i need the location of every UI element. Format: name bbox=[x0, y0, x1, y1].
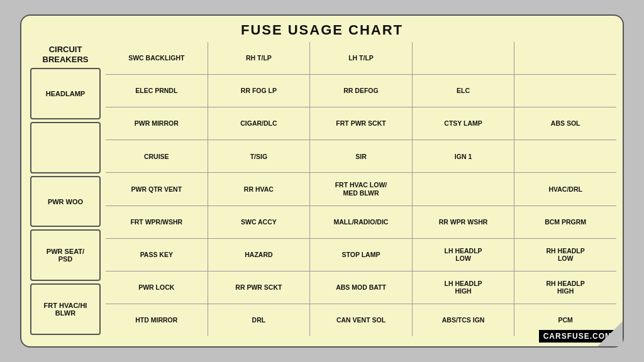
grid-row-4: PWR QTR VENTRR HVACFRT HVAC LOW/MED BLWR… bbox=[106, 173, 616, 206]
grid-cell-7-0: PWR LOCK bbox=[106, 272, 208, 304]
grid-area: SWC BACKLIGHTRH T/LPLH T/LPELEC PRNDLRR … bbox=[106, 42, 616, 336]
grid-cell-6-0: PASS KEY bbox=[106, 239, 208, 271]
grid-row-5: FRT WPR/WSHRSWC ACCYMALL/RADIO/DICRR WPR… bbox=[106, 206, 616, 239]
grid-cell-4-4: HVAC/DRL bbox=[514, 173, 616, 205]
grid-cell-6-3: LH HEADLPLOW bbox=[413, 239, 515, 271]
circuit-breaker-box-4: FRT HVAC/HIBLWR bbox=[30, 283, 101, 335]
grid-row-0: SWC BACKLIGHTRH T/LPLH T/LP bbox=[106, 42, 616, 75]
grid-cell-6-2: STOP LAMP bbox=[310, 239, 413, 271]
grid-row-2: PWR MIRRORCIGAR/DLCFRT PWR SCKTCTSY LAMP… bbox=[106, 107, 616, 140]
grid-cell-1-0: ELEC PRNDL bbox=[106, 75, 208, 107]
grid-cell-4-1: RR HVAC bbox=[208, 173, 311, 205]
grid-cell-8-2: CAN VENT SOL bbox=[310, 304, 413, 336]
fuse-chart-container: FUSE USAGE CHART CIRCUITBREAKERS HEADLAM… bbox=[20, 14, 624, 348]
grid-cell-4-3 bbox=[413, 173, 515, 205]
grid-cell-1-3: ELC bbox=[413, 75, 515, 107]
grid-cell-8-1: DRL bbox=[208, 304, 311, 336]
circuit-breaker-box-1 bbox=[30, 122, 101, 173]
grid-row-7: PWR LOCKRR PWR SCKTABS MOD BATTLH HEADLP… bbox=[106, 272, 616, 304]
grid-cell-4-0: PWR QTR VENT bbox=[106, 173, 208, 205]
grid-row-3: CRUISET/SIGSIRIGN 1 bbox=[106, 140, 616, 173]
chart-title: FUSE USAGE CHART bbox=[28, 22, 616, 38]
grid-cell-0-3 bbox=[413, 42, 515, 74]
grid-cell-7-1: RR PWR SCKT bbox=[208, 272, 311, 304]
left-column: CIRCUITBREAKERS HEADLAMPPWR WOOPWR SEAT/… bbox=[28, 42, 103, 336]
grid-cell-5-1: SWC ACCY bbox=[208, 206, 311, 238]
grid-cell-0-4 bbox=[514, 42, 616, 74]
grid-cell-7-2: ABS MOD BATT bbox=[310, 272, 413, 304]
watermark: CARSFUSE.COM bbox=[539, 330, 616, 343]
grid-cell-4-2: FRT HVAC LOW/MED BLWR bbox=[310, 173, 413, 205]
grid-cell-2-0: PWR MIRROR bbox=[106, 107, 208, 140]
grid-cell-0-1: RH T/LP bbox=[208, 42, 311, 74]
grid-cell-5-0: FRT WPR/WSHR bbox=[106, 206, 208, 238]
grid-cell-2-2: FRT PWR SCKT bbox=[310, 107, 413, 140]
grid-cell-0-2: LH T/LP bbox=[310, 42, 413, 74]
grid-cell-2-3: CTSY LAMP bbox=[413, 107, 515, 140]
grid-cell-1-4 bbox=[514, 75, 616, 107]
grid-cell-3-4 bbox=[514, 140, 616, 172]
grid-cell-7-4: RH HEADLPHIGH bbox=[514, 272, 616, 304]
chart-body: CIRCUITBREAKERS HEADLAMPPWR WOOPWR SEAT/… bbox=[28, 42, 616, 336]
grid-cell-2-4: ABS SOL bbox=[514, 107, 616, 140]
circuit-breaker-box-3: PWR SEAT/PSD bbox=[30, 229, 101, 281]
grid-cell-8-3: ABS/TCS IGN bbox=[413, 304, 515, 336]
circuit-breaker-box-2: PWR WOO bbox=[30, 176, 101, 228]
grid-cell-5-4: BCM PRGRM bbox=[514, 206, 616, 238]
grid-cell-3-0: CRUISE bbox=[106, 140, 208, 172]
grid-cell-6-1: HAZARD bbox=[208, 239, 311, 271]
grid-cell-3-1: T/SIG bbox=[208, 140, 311, 172]
grid-cell-6-4: RH HEADLPLOW bbox=[514, 239, 616, 271]
grid-cell-5-2: MALL/RADIO/DIC bbox=[310, 206, 413, 238]
grid-cell-8-0: HTD MIRROR bbox=[106, 304, 208, 336]
grid-cell-7-3: LH HEADLPHIGH bbox=[413, 272, 515, 304]
grid-cell-5-3: RR WPR WSHR bbox=[413, 206, 515, 238]
grid-row-6: PASS KEYHAZARDSTOP LAMPLH HEADLPLOWRH HE… bbox=[106, 239, 616, 272]
grid-cell-1-1: RR FOG LP bbox=[208, 75, 311, 107]
grid-cell-3-3: IGN 1 bbox=[413, 140, 515, 172]
grid-row-1: ELEC PRNDLRR FOG LPRR DEFOGELC bbox=[106, 75, 616, 107]
grid-cell-3-2: SIR bbox=[310, 140, 413, 172]
grid-cell-0-0: SWC BACKLIGHT bbox=[106, 42, 208, 74]
circuit-breakers-label: CIRCUITBREAKERS bbox=[28, 42, 103, 67]
circuit-breaker-box-0: HEADLAMP bbox=[30, 68, 101, 119]
grid-cell-2-1: CIGAR/DLC bbox=[208, 107, 311, 140]
grid-cell-1-2: RR DEFOG bbox=[310, 75, 413, 107]
